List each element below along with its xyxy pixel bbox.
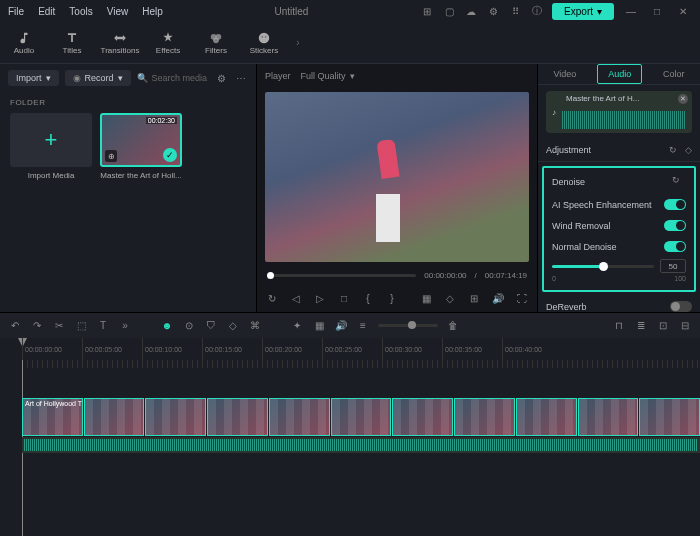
info-icon[interactable]: ⓘ (530, 4, 544, 18)
reset-denoise-icon[interactable]: ↻ (672, 175, 686, 189)
menubar: File Edit Tools View Help Untitled ⊞ ▢ ☁… (0, 0, 700, 22)
snapshot-icon[interactable]: ▦ (419, 291, 433, 305)
display-icon[interactable]: ⊞ (420, 4, 434, 18)
undo-icon[interactable]: ↶ (8, 319, 22, 333)
zoom-slider[interactable] (378, 324, 438, 327)
chevron-down-icon: ▾ (597, 6, 602, 17)
media-clip-tile[interactable]: 00:02:30 ⊕ ✓ Master the Art of Holl... (100, 113, 182, 180)
loop-icon[interactable]: ↻ (265, 291, 279, 305)
sparkle-icon[interactable]: ✦ (290, 319, 304, 333)
import-dropdown[interactable]: Import▾ (8, 70, 59, 86)
waveform (562, 111, 686, 129)
grid-icon[interactable]: ⠿ (508, 4, 522, 18)
volume-icon[interactable]: 🔊 (491, 291, 505, 305)
settings-icon[interactable]: ⚙ (486, 4, 500, 18)
timeline-clip[interactable] (578, 398, 639, 436)
export-button[interactable]: Export▾ (552, 3, 614, 20)
svg-point-5 (265, 36, 266, 37)
timeline-clip[interactable] (331, 398, 392, 436)
menu-edit[interactable]: Edit (38, 6, 55, 17)
menu-help[interactable]: Help (142, 6, 163, 17)
tab-titles[interactable]: Titles (48, 27, 96, 59)
quality-dropdown[interactable]: Full Quality▾ (301, 71, 355, 81)
prev-frame-icon[interactable]: ◁ (289, 291, 303, 305)
marker-icon[interactable]: ◇ (443, 291, 457, 305)
timecode-sep: / (475, 271, 477, 280)
menu-tools[interactable]: Tools (69, 6, 92, 17)
delete-icon[interactable]: 🗑 (446, 319, 460, 333)
magnet-icon[interactable]: ⊓ (612, 319, 626, 333)
scrub-bar[interactable] (267, 274, 416, 277)
video-track[interactable]: Art of Hollywood Titles - Wondershare Fi… (22, 398, 700, 436)
timeline-ruler[interactable]: 00:00:00:00 00:00:05:00 00:00:10:00 00:0… (0, 338, 700, 360)
adjust-icon[interactable]: ≡ (356, 319, 370, 333)
ai-tool-icon[interactable]: ☻ (160, 319, 174, 333)
tab-transitions[interactable]: Transitions (96, 27, 144, 59)
dereverb-toggle[interactable] (670, 301, 692, 312)
cloud-icon[interactable]: ☁ (464, 4, 478, 18)
mark-out-icon[interactable]: } (385, 291, 399, 305)
more-tools-icon[interactable]: » (118, 319, 132, 333)
crop-icon[interactable]: ⬚ (74, 319, 88, 333)
shield-icon[interactable]: ⛉ (204, 319, 218, 333)
menu-view[interactable]: View (107, 6, 129, 17)
fullscreen-icon[interactable]: ⛶ (515, 291, 529, 305)
timeline-clip[interactable] (516, 398, 577, 436)
timeline-clip[interactable] (454, 398, 515, 436)
normal-denoise-toggle[interactable] (664, 241, 686, 252)
timeline-clip[interactable] (392, 398, 453, 436)
mark-in-icon[interactable]: { (361, 291, 375, 305)
record-dropdown[interactable]: ◉Record▾ (65, 70, 131, 86)
minimize-button[interactable]: — (622, 6, 640, 17)
filter-icon[interactable]: ⚙ (214, 71, 228, 85)
import-media-tile[interactable]: + Import Media (10, 113, 92, 180)
remove-clip-icon[interactable]: ✕ (678, 94, 688, 104)
zoom-fit-icon[interactable]: ⊟ (678, 319, 692, 333)
tab-effects[interactable]: Effects (144, 27, 192, 59)
timeline-clip[interactable] (84, 398, 145, 436)
add-to-timeline-icon[interactable]: ⊕ (105, 150, 117, 162)
track-options-icon[interactable]: ≣ (634, 319, 648, 333)
volume-tool-icon[interactable]: 🔊 (334, 319, 348, 333)
tab-audio[interactable]: Audio (0, 27, 48, 59)
reset-icon[interactable]: ↻ (669, 145, 677, 155)
tab-audio-props[interactable]: Audio (597, 64, 642, 84)
more-icon[interactable]: ⋯ (234, 71, 248, 85)
normal-denoise-value[interactable]: 50 (660, 259, 686, 273)
image-icon[interactable]: ▢ (442, 4, 456, 18)
tabs-more[interactable]: › (288, 37, 308, 48)
search-media[interactable]: 🔍Search media (137, 73, 209, 83)
cut-icon[interactable]: ✂ (52, 319, 66, 333)
text-tool-icon[interactable]: T (96, 319, 110, 333)
speed-icon[interactable]: ⊙ (182, 319, 196, 333)
tab-color[interactable]: Color (653, 65, 695, 83)
tab-filters[interactable]: Filters (192, 27, 240, 59)
layers-icon[interactable]: ▦ (312, 319, 326, 333)
timeline-subticks (22, 360, 700, 368)
play-icon[interactable]: ▷ (313, 291, 327, 305)
ai-speech-toggle[interactable] (664, 199, 686, 210)
audio-clip-chip[interactable]: ♪ Master the Art of H... ✕ (546, 91, 692, 133)
clip-title: Master the Art of H... (566, 94, 676, 103)
redo-icon[interactable]: ↷ (30, 319, 44, 333)
close-button[interactable]: ✕ (674, 6, 692, 17)
timeline-clip[interactable] (269, 398, 330, 436)
keyframe-icon[interactable]: ◇ (685, 145, 692, 155)
maximize-button[interactable]: □ (648, 6, 666, 17)
fit-icon[interactable]: ⊡ (656, 319, 670, 333)
audio-track[interactable] (22, 437, 700, 453)
normal-denoise-slider[interactable] (552, 265, 654, 268)
marker-tool-icon[interactable]: ◇ (226, 319, 240, 333)
link-icon[interactable]: ⌘ (248, 319, 262, 333)
wind-toggle[interactable] (664, 220, 686, 231)
menu-file[interactable]: File (8, 6, 24, 17)
tab-stickers[interactable]: Stickers (240, 27, 288, 59)
display-settings-icon[interactable]: ⊞ (467, 291, 481, 305)
timeline-clip[interactable] (207, 398, 268, 436)
stop-icon[interactable]: □ (337, 291, 351, 305)
timeline-clip[interactable] (145, 398, 206, 436)
tab-video[interactable]: Video (543, 65, 586, 83)
timeline-clip[interactable]: Art of Hollywood Titles - Wondershare Fi… (22, 398, 83, 436)
preview-viewport[interactable] (265, 92, 529, 262)
timeline-clip[interactable] (639, 398, 700, 436)
